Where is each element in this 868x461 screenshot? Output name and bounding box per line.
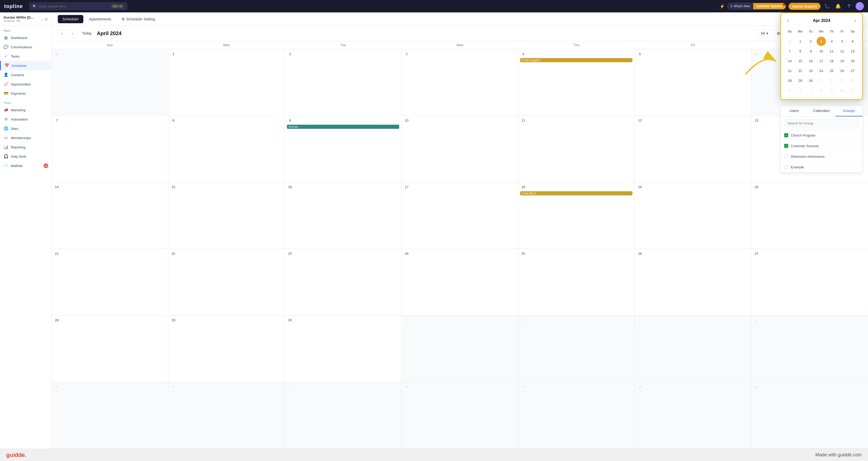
mini-cal-day[interactable]: 9 <box>806 47 815 56</box>
prev-month-button[interactable]: ‹ <box>58 29 66 37</box>
group-item[interactable]: Customer Success <box>780 141 863 151</box>
mini-cal-day[interactable]: 7 <box>806 86 815 95</box>
workspace-toggle-icon[interactable]: ⌄ ⊟ <box>40 17 48 21</box>
calendar-cell[interactable]: 11 <box>751 382 868 448</box>
mini-cal-day[interactable]: 10 <box>838 86 847 95</box>
sidebar-item-automation[interactable]: ⚙ Automation <box>0 115 51 124</box>
calendar-cell[interactable]: 26 <box>635 249 751 315</box>
calendar-cell[interactable]: 2 <box>285 49 402 116</box>
calendar-cell[interactable]: 7 <box>285 382 402 448</box>
mini-cal-day[interactable]: 18 <box>827 56 836 66</box>
mini-cal-day[interactable]: 28 <box>785 76 795 85</box>
calendar-cell[interactable]: 5 <box>52 382 168 448</box>
mini-cal-day[interactable]: 19 <box>838 56 847 66</box>
calendar-cell[interactable]: 23 <box>285 249 402 315</box>
calendar-cell[interactable]: 3 <box>635 315 751 382</box>
group-checkbox-customer[interactable] <box>784 144 788 148</box>
calendar-cell[interactable]: 9 Wonder ... <box>285 116 402 182</box>
calendar-cell[interactable]: 14 <box>52 183 168 249</box>
calendar-cell[interactable]: 10 <box>402 116 518 182</box>
calendar-cell[interactable]: 31 <box>52 49 168 116</box>
calendar-cell[interactable]: 15 <box>168 183 285 249</box>
calendar-cell[interactable]: 2 <box>518 315 635 382</box>
mini-cal-day[interactable]: 5 <box>838 37 847 46</box>
mini-cal-day[interactable]: 29 <box>796 76 805 85</box>
sidebar-item-memberships[interactable]: 🏷 Memberships <box>0 133 51 143</box>
mini-cal-day[interactable]: 31 <box>785 37 795 46</box>
mini-cal-day[interactable]: 1 <box>817 76 826 85</box>
tab-scheduler[interactable]: Scheduler <box>58 15 83 23</box>
calendar-cell[interactable]: 4 Frodo Baggins <box>518 49 635 116</box>
mini-cal-prev-button[interactable]: ‹ <box>785 17 791 24</box>
all-filter-dropdown[interactable]: All ▾ <box>757 29 772 37</box>
support-button[interactable]: topline Support <box>788 3 820 10</box>
mini-cal-day[interactable]: 5 <box>785 86 795 95</box>
tab-users[interactable]: Users <box>780 105 808 116</box>
next-month-button[interactable]: › <box>69 29 77 37</box>
mini-cal-day[interactable]: 16 <box>806 56 815 66</box>
mini-cal-day[interactable]: 7 <box>785 47 795 56</box>
calendar-cell[interactable]: 8 <box>168 116 285 182</box>
calendar-cell[interactable]: 1 <box>168 49 285 116</box>
tab-groups[interactable]: Groups <box>835 105 863 116</box>
sidebar-item-reporting[interactable]: 📊 Reporting <box>0 143 51 152</box>
calendar-cell[interactable]: 16 <box>285 183 402 249</box>
mini-cal-day[interactable]: 9 <box>827 86 836 95</box>
sidebar-item-helpdesk[interactable]: 🎧 Help Desk <box>0 152 51 161</box>
mini-cal-day[interactable]: 24 <box>817 66 826 75</box>
mini-cal-day[interactable]: 23 <box>806 66 815 75</box>
mini-cal-day[interactable]: 30 <box>806 76 815 85</box>
mini-cal-day[interactable]: 1 <box>796 37 805 46</box>
search-input[interactable] <box>39 4 109 8</box>
group-item[interactable]: Dimension Admissions <box>780 151 863 162</box>
calendar-cell[interactable]: 6 <box>168 382 285 448</box>
sidebar-item-marketing[interactable]: 📣 Marketing <box>0 105 51 115</box>
calendar-cell[interactable]: 17 <box>402 183 518 249</box>
calendar-cell[interactable]: 24 <box>402 249 518 315</box>
calendar-cell[interactable]: 8 <box>402 382 518 448</box>
sidebar-item-mailfold[interactable]: 📨 Mailfold 12 <box>0 161 51 171</box>
search-bar[interactable]: 🔍 Ctrl + K <box>29 2 127 10</box>
event-pill[interactable]: Yoda Minch <box>520 191 632 195</box>
calendar-cell[interactable]: 1 <box>402 315 518 382</box>
calendar-cell[interactable]: 11 <box>518 116 635 182</box>
workspace-selector[interactable]: Dunder Mifflin [D... Scranton, PA ⌄ ⊟ <box>0 12 51 26</box>
calendar-cell[interactable]: 25 <box>518 249 635 315</box>
help-button[interactable]: ? <box>845 2 853 10</box>
mini-cal-day[interactable]: 6 <box>796 86 805 95</box>
mini-cal-day[interactable]: 4 <box>827 37 836 46</box>
sidebar-item-dashboard[interactable]: ▦ Dashboard <box>0 33 51 42</box>
calendar-cell[interactable]: 22 <box>168 249 285 315</box>
sidebar-item-contacts[interactable]: 👤 Contacts <box>0 70 51 80</box>
mini-cal-day[interactable]: 14 <box>785 56 795 66</box>
group-checkbox-church[interactable] <box>784 133 788 137</box>
mini-cal-day[interactable]: 22 <box>796 66 805 75</box>
tab-scheduler-setting[interactable]: ⚙ Scheduler Setting <box>117 15 160 23</box>
calendar-cell[interactable]: 18 Yoda Minch <box>518 183 635 249</box>
mini-cal-day[interactable]: 15 <box>796 56 805 66</box>
mini-cal-day[interactable]: 21 <box>785 66 795 75</box>
calendar-updates-badge[interactable]: Calendar Updates <box>753 3 786 9</box>
calendar-cell[interactable]: 27 <box>751 249 868 315</box>
group-search-input[interactable] <box>784 119 859 127</box>
group-checkbox-example[interactable] <box>784 165 788 169</box>
group-checkbox-dimension[interactable] <box>784 154 788 158</box>
calendar-cell[interactable]: 10 <box>635 382 751 448</box>
calendar-cell[interactable]: 30 <box>285 315 402 382</box>
mini-cal-day[interactable]: 17 <box>817 56 826 66</box>
calendar-cell[interactable]: 28 <box>52 315 168 382</box>
calendar-cell[interactable]: 5 <box>635 49 751 116</box>
mini-cal-day[interactable]: 8 <box>796 47 805 56</box>
phone-button[interactable]: 📞 <box>823 2 831 10</box>
mini-cal-day[interactable]: 10 <box>817 47 826 56</box>
notifications-button[interactable]: 🔔 <box>834 2 842 10</box>
mini-cal-day[interactable]: 6 <box>848 37 857 46</box>
event-pill[interactable]: Frodo Baggins <box>520 58 632 62</box>
mini-cal-day[interactable]: 25 <box>827 66 836 75</box>
mini-cal-day[interactable]: 11 <box>848 86 857 95</box>
sidebar-item-sites[interactable]: 🌐 Sites <box>0 124 51 133</box>
mini-cal-day[interactable]: 2 <box>827 76 836 85</box>
mini-cal-day[interactable]: 12 <box>838 47 847 56</box>
mini-cal-day[interactable]: 20 <box>848 56 857 66</box>
mini-cal-day[interactable]: 2 <box>806 37 815 46</box>
